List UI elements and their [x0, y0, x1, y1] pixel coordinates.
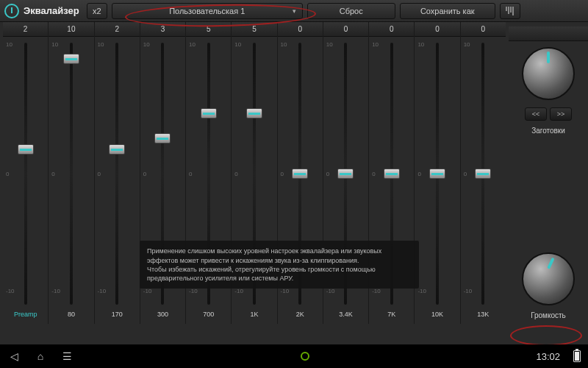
right-panel: << >> Заготовки Громкость: [509, 22, 588, 324]
slider-thumb[interactable]: [109, 144, 125, 155]
slider-value: 2: [95, 22, 140, 37]
preset-label: Пользовательская 1: [169, 7, 245, 15]
top-toolbar: Эквалайзер x2 Пользовательская 1 Сброс С…: [0, 0, 588, 22]
slider-col: 2100-10170: [95, 22, 140, 324]
spectrum-icon[interactable]: [500, 3, 520, 19]
annotation-circle: [510, 325, 582, 346]
slider-track[interactable]: 100-10: [415, 37, 459, 311]
slider-freq-label: 170: [112, 311, 123, 324]
slider-col: 10100-1080: [49, 22, 94, 324]
slider-value: 0: [278, 22, 323, 37]
slider-value: 3: [140, 22, 185, 37]
system-navbar: ◁ ⌂ ☰ 13:02: [0, 344, 588, 368]
tooltip-line: Чтобы избежать искажений, отрегулируйте …: [147, 265, 412, 283]
slider-value: 10: [49, 22, 93, 37]
slider-track[interactable]: 100-10: [49, 37, 93, 311]
volume-knob[interactable]: [522, 252, 575, 305]
back-icon[interactable]: ◁: [7, 350, 21, 363]
multiplier-button[interactable]: x2: [87, 3, 107, 19]
slider-freq-label: 10K: [431, 311, 443, 324]
slider-freq-label: Preamp: [14, 311, 37, 324]
slider-thumb[interactable]: [384, 169, 400, 179]
slider-thumb[interactable]: [246, 108, 262, 118]
preset-prev-button[interactable]: <<: [525, 107, 547, 121]
slider-freq-label: 300: [157, 311, 168, 324]
slider-thumb[interactable]: [475, 169, 491, 179]
slider-thumb[interactable]: [63, 54, 79, 64]
tooltip-line: Применение слишком высоких уровней настр…: [147, 247, 412, 264]
preset-dropdown[interactable]: Пользовательская 1: [112, 3, 303, 19]
slider-thumb[interactable]: [154, 133, 171, 144]
slider-value: 0: [323, 22, 368, 37]
app-title: Эквалайзер: [24, 5, 79, 16]
slider-freq-label: 1K: [250, 311, 258, 324]
slider-col: 0100-1013K: [461, 22, 506, 324]
save-as-button[interactable]: Сохранить как: [400, 3, 495, 19]
slider-track[interactable]: 100-10: [461, 37, 506, 311]
power-icon[interactable]: [4, 4, 19, 18]
slider-thumb[interactable]: [201, 108, 217, 118]
battery-icon: [573, 350, 581, 362]
slider-freq-label: 80: [68, 311, 75, 324]
slider-freq-label: 2K: [296, 311, 304, 324]
slider-freq-label: 3.4K: [339, 311, 353, 324]
slider-thumb[interactable]: [292, 169, 308, 179]
home-icon[interactable]: ⌂: [34, 350, 47, 363]
slider-freq-label: 700: [203, 311, 214, 324]
slider-thumb[interactable]: [429, 169, 445, 179]
slider-thumb[interactable]: [18, 144, 34, 155]
slider-track[interactable]: 100-10: [95, 37, 140, 311]
slider-value: 5: [186, 22, 231, 37]
recent-icon[interactable]: ☰: [60, 350, 74, 363]
clock: 13:02: [536, 351, 560, 362]
slider-value: 5: [232, 22, 276, 37]
slider-value: 0: [461, 22, 506, 37]
slider-freq-label: 7K: [387, 311, 395, 324]
presets-label: Заготовки: [531, 127, 565, 135]
equalizer-area: 2100-10Preamp10100-10802100-101703100-10…: [0, 22, 588, 324]
slider-col: 2100-10Preamp: [3, 22, 49, 324]
slider-thumb[interactable]: [337, 169, 354, 179]
slider-track[interactable]: 100-10: [3, 37, 48, 311]
slider-value: 0: [415, 22, 459, 37]
slider-freq-label: 13K: [477, 311, 489, 324]
reset-button[interactable]: Сброс: [307, 3, 395, 19]
slider-value: 0: [369, 22, 414, 37]
slider-value: 2: [3, 22, 48, 37]
warning-tooltip: Применение слишком высоких уровней настр…: [140, 241, 419, 289]
volume-label: Громкость: [531, 311, 566, 319]
presets-knob[interactable]: [522, 47, 575, 100]
preset-next-button[interactable]: >>: [550, 107, 572, 121]
status-dot-icon: [301, 352, 309, 361]
slider-col: 0100-1010K: [415, 22, 460, 324]
